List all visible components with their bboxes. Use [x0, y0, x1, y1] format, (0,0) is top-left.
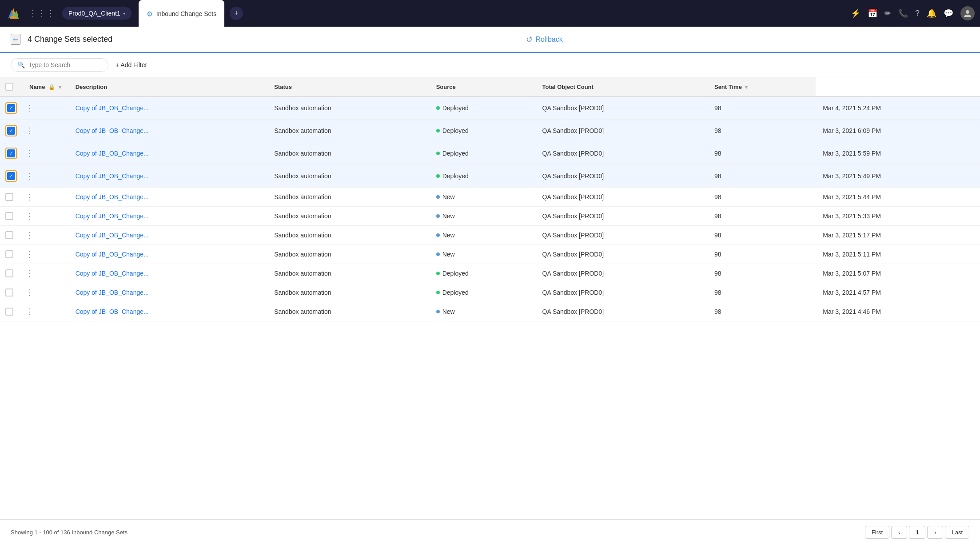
sort-sent-time-icon[interactable]: ▾ — [745, 84, 748, 90]
header-select-all[interactable] — [0, 77, 22, 96]
header-sent-time: Sent Time ▾ — [707, 77, 816, 96]
app-instance-selector[interactable]: Prod0_QA_Client1 ▾ — [62, 7, 131, 20]
chat-icon[interactable]: 💬 — [944, 8, 953, 18]
notification-icon[interactable]: 🔔 — [927, 8, 936, 18]
row-name[interactable]: Copy of JB_OB_Change... — [68, 120, 267, 142]
row-checkbox[interactable] — [5, 231, 13, 239]
svg-point-3 — [966, 10, 969, 14]
status-label: Deployed — [442, 289, 469, 296]
phone-icon[interactable]: 📞 — [898, 8, 908, 18]
row-checkbox[interactable]: ✓ — [7, 127, 15, 135]
row-checkbox[interactable] — [5, 269, 13, 277]
row-name[interactable]: Copy of JB_OB_Change... — [68, 142, 267, 165]
lightning-icon[interactable]: ⚡ — [851, 8, 860, 18]
rollback-button[interactable]: ↺ Rollback — [526, 35, 562, 44]
three-dot-menu-icon[interactable]: ⋮ — [26, 269, 34, 278]
three-dot-menu-icon[interactable]: ⋮ — [26, 231, 34, 240]
row-name[interactable]: Copy of JB_OB_Change... — [68, 245, 267, 264]
status-dot — [436, 174, 440, 178]
row-menu-cell[interactable]: ⋮ — [22, 245, 68, 264]
three-dot-menu-icon[interactable]: ⋮ — [26, 172, 34, 180]
row-menu-cell[interactable]: ⋮ — [22, 96, 68, 120]
row-name[interactable]: Copy of JB_OB_Change... — [68, 283, 267, 302]
row-checkbox-cell[interactable] — [0, 207, 22, 226]
row-menu-cell[interactable]: ⋮ — [22, 142, 68, 165]
row-status: Deployed — [429, 165, 535, 188]
status-label: New — [442, 232, 455, 239]
row-checkbox-cell[interactable] — [0, 245, 22, 264]
edit-icon[interactable]: ✏ — [884, 8, 891, 18]
three-dot-menu-icon[interactable]: ⋮ — [26, 149, 34, 158]
three-dot-menu-icon[interactable]: ⋮ — [26, 307, 34, 316]
row-total-object-count: 98 — [707, 283, 816, 302]
row-checkbox-cell[interactable]: ✓ — [0, 96, 22, 120]
grid-icon[interactable]: ⋮⋮⋮ — [25, 6, 59, 20]
three-dot-menu-icon[interactable]: ⋮ — [26, 192, 34, 201]
row-checkbox-cell[interactable]: ✓ — [0, 120, 22, 142]
row-sent-time: Mar 3, 2021 5:33 PM — [816, 207, 980, 226]
sort-name-icon[interactable]: ▾ — [59, 84, 61, 90]
row-checkbox-cell[interactable] — [0, 226, 22, 245]
row-description: Sandbox automation — [267, 96, 429, 120]
back-button[interactable]: ← — [11, 34, 20, 45]
three-dot-menu-icon[interactable]: ⋮ — [26, 250, 34, 259]
row-menu-cell[interactable]: ⋮ — [22, 188, 68, 207]
row-checkbox[interactable] — [5, 193, 13, 201]
row-menu-cell[interactable]: ⋮ — [22, 120, 68, 142]
row-menu-cell[interactable]: ⋮ — [22, 165, 68, 188]
search-input[interactable] — [28, 61, 100, 68]
row-menu-cell[interactable]: ⋮ — [22, 264, 68, 283]
calendar-icon[interactable]: 📅 — [868, 8, 877, 18]
row-status: New — [429, 226, 535, 245]
table-row: ⋮Copy of JB_OB_Change...Sandbox automati… — [0, 207, 980, 226]
three-dot-menu-icon[interactable]: ⋮ — [26, 212, 34, 220]
add-filter-button[interactable]: + Add Filter — [116, 61, 147, 68]
row-menu-cell[interactable]: ⋮ — [22, 226, 68, 245]
search-box: 🔍 — [11, 58, 108, 72]
row-menu-cell[interactable]: ⋮ — [22, 283, 68, 302]
row-description: Sandbox automation — [267, 165, 429, 188]
table-row: ⋮Copy of JB_OB_Change...Sandbox automati… — [0, 302, 980, 321]
rollback-label: Rollback — [535, 36, 562, 44]
row-checkbox[interactable] — [5, 212, 13, 220]
row-status: Deployed — [429, 96, 535, 120]
three-dot-menu-icon[interactable]: ⋮ — [26, 126, 34, 135]
row-menu-cell[interactable]: ⋮ — [22, 207, 68, 226]
table-row: ✓⋮Copy of JB_OB_Change...Sandbox automat… — [0, 142, 980, 165]
row-checkbox[interactable] — [5, 308, 13, 316]
row-name[interactable]: Copy of JB_OB_Change... — [68, 96, 267, 120]
row-checkbox-cell[interactable] — [0, 188, 22, 207]
select-all-checkbox[interactable] — [5, 83, 13, 91]
row-checkbox[interactable] — [5, 289, 13, 297]
status-dot — [436, 310, 440, 313]
header-description: Description — [68, 77, 267, 96]
add-filter-label: + Add Filter — [116, 61, 147, 68]
row-total-object-count: 98 — [707, 207, 816, 226]
row-checkbox-cell[interactable]: ✓ — [0, 165, 22, 188]
row-checkbox-cell[interactable] — [0, 264, 22, 283]
add-tab-button[interactable]: + — [230, 7, 243, 20]
row-checkbox-cell[interactable] — [0, 283, 22, 302]
row-menu-cell[interactable]: ⋮ — [22, 302, 68, 321]
row-name[interactable]: Copy of JB_OB_Change... — [68, 302, 267, 321]
row-name[interactable]: Copy of JB_OB_Change... — [68, 165, 267, 188]
help-icon[interactable]: ? — [915, 9, 920, 18]
three-dot-menu-icon[interactable]: ⋮ — [26, 104, 34, 112]
row-checkbox-cell[interactable] — [0, 302, 22, 321]
row-name[interactable]: Copy of JB_OB_Change... — [68, 188, 267, 207]
row-checkbox[interactable]: ✓ — [7, 104, 15, 112]
three-dot-menu-icon[interactable]: ⋮ — [26, 288, 34, 297]
row-checkbox-cell[interactable]: ✓ — [0, 142, 22, 165]
row-checkbox[interactable]: ✓ — [7, 149, 15, 157]
search-icon: 🔍 — [17, 61, 25, 68]
row-checkbox[interactable]: ✓ — [7, 172, 15, 180]
row-checkbox[interactable] — [5, 250, 13, 258]
row-name[interactable]: Copy of JB_OB_Change... — [68, 226, 267, 245]
tab-title: Inbound Change Sets — [156, 10, 216, 17]
row-name[interactable]: Copy of JB_OB_Change... — [68, 207, 267, 226]
table-header-row: Name 🔒 ▾ Description Status Source Total… — [0, 77, 980, 96]
active-tab[interactable]: ⚙ Inbound Change Sets — [139, 0, 224, 27]
user-avatar[interactable] — [960, 6, 975, 20]
row-name[interactable]: Copy of JB_OB_Change... — [68, 264, 267, 283]
row-description: Sandbox automation — [267, 264, 429, 283]
